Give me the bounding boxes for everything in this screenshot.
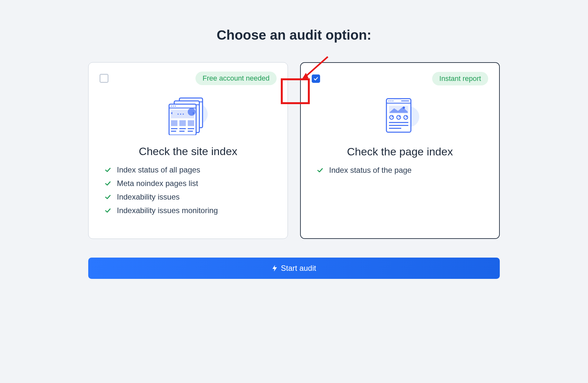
start-audit-button[interactable]: Start audit xyxy=(88,258,500,279)
option-card-page-index[interactable]: Instant report xyxy=(300,62,500,239)
feature-item: Index status of the page xyxy=(317,166,488,175)
svg-point-15 xyxy=(183,113,184,115)
lightning-icon xyxy=(272,265,278,272)
card-title-page: Check the page index xyxy=(312,145,488,158)
start-audit-label: Start audit xyxy=(281,264,316,273)
svg-rect-19 xyxy=(188,120,194,126)
svg-point-9 xyxy=(175,106,176,107)
svg-rect-17 xyxy=(171,120,177,126)
single-page-illustration xyxy=(312,95,488,137)
svg-point-31 xyxy=(393,101,394,102)
svg-point-8 xyxy=(173,106,174,107)
feature-item: Indexability issues xyxy=(105,192,277,201)
badge-instant-report: Instant report xyxy=(432,72,488,85)
checkbox-unchecked-icon[interactable] xyxy=(100,74,109,83)
feature-text: Index status of the page xyxy=(329,166,412,175)
feature-text: Indexability issues monitoring xyxy=(117,206,218,215)
feature-text: Meta noindex pages list xyxy=(117,179,198,188)
feature-item: Meta noindex pages list xyxy=(105,179,277,188)
annotation-arrow-icon xyxy=(299,54,331,83)
feature-list-site: Index status of all pages Meta noindex p… xyxy=(100,165,277,215)
svg-point-13 xyxy=(177,113,179,115)
check-icon xyxy=(105,207,111,214)
page-title: Choose an audit option: xyxy=(217,27,372,43)
check-icon xyxy=(105,167,111,173)
svg-point-30 xyxy=(391,101,392,102)
svg-rect-18 xyxy=(179,120,186,126)
svg-point-7 xyxy=(171,106,172,107)
feature-list-page: Index status of the page xyxy=(312,166,488,175)
svg-point-14 xyxy=(180,113,181,115)
svg-line-44 xyxy=(305,57,328,77)
feature-text: Indexability issues xyxy=(117,192,180,201)
feature-text: Index status of all pages xyxy=(117,165,200,174)
svg-point-16 xyxy=(188,108,195,116)
site-pages-illustration xyxy=(100,95,277,137)
option-card-site-index[interactable]: Free account needed xyxy=(88,62,288,239)
svg-point-34 xyxy=(403,107,405,109)
feature-item: Index status of all pages xyxy=(105,165,277,174)
badge-free-account: Free account needed xyxy=(195,72,277,85)
card-title-site: Check the site index xyxy=(100,145,277,158)
svg-point-29 xyxy=(389,101,390,102)
check-icon xyxy=(105,180,111,187)
feature-item: Indexability issues monitoring xyxy=(105,206,277,215)
check-icon xyxy=(105,194,111,200)
check-icon xyxy=(317,167,323,173)
